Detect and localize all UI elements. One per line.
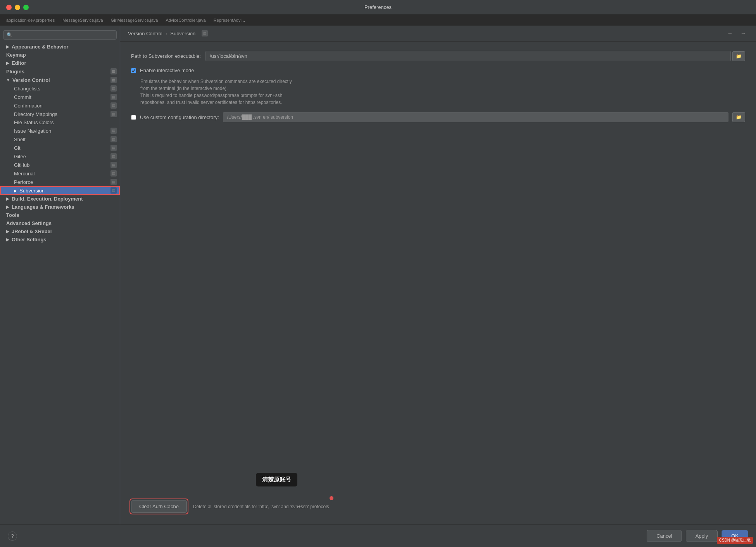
sidebar-item-directory-mappings[interactable]: Directory Mappings ▤ bbox=[0, 110, 120, 118]
settings-icon: ▤ bbox=[110, 136, 117, 142]
sidebar-item-label: Directory Mappings bbox=[14, 111, 57, 117]
settings-icon: ▤ bbox=[110, 85, 117, 92]
sidebar-item-confirmation[interactable]: Confirmation ▤ bbox=[0, 101, 120, 110]
sidebar-item-editor[interactable]: ▶ Editor bbox=[0, 59, 120, 67]
help-button[interactable]: ? bbox=[8, 531, 17, 541]
title-bar: Preferences bbox=[0, 0, 756, 15]
close-button[interactable] bbox=[6, 5, 12, 10]
content-area: Version Control › Subversion ▤ ← → Path … bbox=[120, 26, 756, 524]
sidebar-item-plugins[interactable]: Plugins ▤ bbox=[0, 67, 120, 76]
sidebar-item-label: Editor bbox=[12, 60, 26, 66]
interactive-mode-label[interactable]: Enable interactive mode bbox=[140, 68, 194, 73]
sidebar-item-file-status-colors[interactable]: File Status Colors bbox=[0, 118, 120, 126]
tab-represent-advi[interactable]: RepresentAdvi... bbox=[211, 17, 248, 23]
custom-config-input[interactable] bbox=[223, 112, 728, 122]
folder-browse-button[interactable]: 📁 bbox=[732, 51, 745, 61]
breadcrumb-nav: ← → bbox=[725, 29, 748, 37]
tab-application-dev[interactable]: application-dev.properties bbox=[3, 17, 58, 23]
settings-icon: ▤ bbox=[110, 128, 117, 134]
traffic-lights bbox=[6, 5, 29, 10]
sidebar-item-mercurial[interactable]: Mercurial ▤ bbox=[0, 169, 120, 178]
custom-config-checkbox[interactable] bbox=[131, 115, 136, 120]
search-box[interactable]: 🔍 bbox=[3, 30, 117, 40]
sidebar-item-label: JRebel & XRebel bbox=[12, 228, 52, 234]
sidebar-item-label: Confirmation bbox=[14, 103, 43, 109]
sidebar-item-jrebel[interactable]: ▶ JRebel & XRebel bbox=[0, 227, 120, 235]
sidebar-item-label: Tools bbox=[6, 212, 19, 218]
settings-icon: ▤ bbox=[110, 77, 117, 83]
sidebar-item-label: Issue Navigation bbox=[14, 128, 51, 134]
sidebar-item-issue-navigation[interactable]: Issue Navigation ▤ bbox=[0, 126, 120, 135]
sidebar-item-advanced[interactable]: Advanced Settings bbox=[0, 219, 120, 227]
sidebar-item-label: Git bbox=[14, 145, 21, 151]
maximize-button[interactable] bbox=[23, 5, 29, 10]
custom-config-folder-button[interactable]: 📁 bbox=[732, 112, 745, 122]
sidebar-item-build[interactable]: ▶ Build, Execution, Deployment bbox=[0, 195, 120, 203]
sidebar-item-label: Shelf bbox=[14, 137, 26, 142]
settings-icon: ▤ bbox=[110, 111, 117, 117]
sidebar-item-git[interactable]: Git ▤ bbox=[0, 144, 120, 152]
chevron-right-icon: ▶ bbox=[6, 205, 9, 209]
svn-path-row: Path to Subversion executable: 📁 bbox=[131, 51, 745, 61]
chevron-right-icon: ▶ bbox=[6, 197, 9, 201]
tab-girl-message-service[interactable]: GirlMessageService.java bbox=[108, 17, 161, 23]
sidebar-item-keymap[interactable]: Keymap bbox=[0, 51, 120, 59]
custom-config-label[interactable]: Use custom configuration directory: bbox=[140, 114, 219, 120]
path-label: Path to Subversion executable: bbox=[131, 53, 201, 59]
minimize-button[interactable] bbox=[15, 5, 20, 10]
settings-icon: ▤ bbox=[110, 153, 117, 159]
sidebar-item-perforce[interactable]: Perforce ▤ bbox=[0, 178, 120, 186]
bottom-bar: ? Cancel Apply OK bbox=[0, 524, 756, 547]
sidebar-item-label: Version Control bbox=[12, 77, 50, 83]
chevron-right-icon: ▶ bbox=[6, 61, 9, 65]
sidebar-item-subversion[interactable]: ▶ Subversion ▤ bbox=[0, 186, 120, 195]
sidebar-item-label: Keymap bbox=[6, 52, 26, 58]
search-input[interactable] bbox=[14, 32, 113, 38]
sidebar-item-label: Perforce bbox=[14, 179, 33, 185]
nav-forward-button[interactable]: → bbox=[738, 29, 748, 37]
chevron-right-icon: ▶ bbox=[6, 229, 9, 234]
sidebar-item-shelf[interactable]: Shelf ▤ bbox=[0, 135, 120, 144]
settings-icon: ▤ bbox=[110, 94, 117, 100]
sidebar-item-label: Other Settings bbox=[12, 237, 47, 242]
nav-back-button[interactable]: ← bbox=[725, 29, 735, 37]
sidebar-item-changelists[interactable]: Changelists ▤ bbox=[0, 84, 120, 93]
breadcrumb: Version Control › Subversion ▤ ← → bbox=[120, 26, 756, 42]
breadcrumb-icon: ▤ bbox=[202, 30, 208, 36]
sidebar-item-languages[interactable]: ▶ Languages & Frameworks bbox=[0, 203, 120, 211]
sidebar-item-other[interactable]: ▶ Other Settings bbox=[0, 235, 120, 244]
content-body: Path to Subversion executable: 📁 Enable … bbox=[120, 42, 756, 492]
sidebar-item-label: Subversion bbox=[19, 188, 45, 194]
tab-message-service[interactable]: MessageService.java bbox=[59, 17, 106, 23]
sidebar-item-label: Commit bbox=[14, 94, 31, 100]
sidebar-item-label: Plugins bbox=[6, 69, 24, 74]
sidebar-item-label: Changelists bbox=[14, 86, 40, 92]
settings-icon: ▤ bbox=[110, 170, 117, 177]
sidebar-item-label: Advanced Settings bbox=[6, 220, 52, 226]
cache-section: 清楚原账号 Clear Auth Cache Delete all stored… bbox=[120, 492, 756, 524]
cancel-button[interactable]: Cancel bbox=[647, 530, 682, 542]
chevron-down-icon: ▼ bbox=[6, 78, 10, 82]
sidebar-item-appearance[interactable]: ▶ Appearance & Behavior bbox=[0, 43, 120, 51]
settings-icon: ▤ bbox=[110, 145, 117, 151]
sidebar-item-label: Mercurial bbox=[14, 171, 35, 177]
path-input[interactable] bbox=[205, 51, 731, 61]
sidebar-item-gitee[interactable]: Gitee ▤ bbox=[0, 152, 120, 161]
chevron-right-icon: ▶ bbox=[6, 237, 9, 242]
breadcrumb-current: Subversion bbox=[170, 31, 195, 36]
tab-advice-controller[interactable]: AdviceController.java bbox=[162, 17, 209, 23]
apply-button[interactable]: Apply bbox=[686, 530, 718, 542]
breadcrumb-parent: Version Control bbox=[128, 31, 162, 36]
interactive-mode-checkbox[interactable] bbox=[131, 68, 136, 73]
breadcrumb-separator: › bbox=[166, 31, 167, 36]
clear-auth-button[interactable]: Clear Auth Cache bbox=[131, 500, 187, 513]
sidebar-item-commit[interactable]: Commit ▤ bbox=[0, 93, 120, 101]
sidebar-item-tools[interactable]: Tools bbox=[0, 211, 120, 219]
sidebar-item-github[interactable]: GitHub ▤ bbox=[0, 161, 120, 169]
chevron-right-icon: ▶ bbox=[14, 189, 17, 193]
sidebar-item-label: Build, Execution, Deployment bbox=[12, 196, 83, 202]
interactive-mode-description: Emulates the behavior when Subversion co… bbox=[131, 78, 745, 106]
sidebar-item-version-control[interactable]: ▼ Version Control ▤ bbox=[0, 76, 120, 84]
settings-icon: ▤ bbox=[110, 68, 117, 74]
window-title: Preferences bbox=[364, 4, 392, 10]
